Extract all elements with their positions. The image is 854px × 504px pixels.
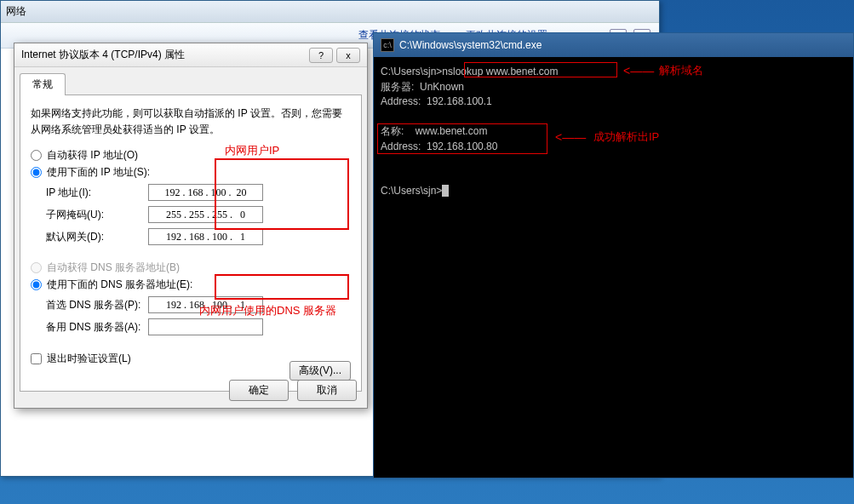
annotation-dns-label: 内网用户使用的DNS 服务器 <box>199 303 336 318</box>
dialog-title: Internet 协议版本 4 (TCP/IPv4) 属性 <box>21 48 185 62</box>
advanced-button[interactable]: 高级(V)... <box>289 361 351 381</box>
auto-ip-label: 自动获得 IP 地址(O) <box>47 148 138 163</box>
manual-dns-label: 使用下面的 DNS 服务器地址(E): <box>47 278 192 292</box>
dns1-label: 首选 DNS 服务器(P): <box>46 298 148 312</box>
annotation-ip-label: 内网用户IP <box>225 143 279 158</box>
cancel-button[interactable]: 取消 <box>297 380 357 401</box>
validate-label: 退出时验证设置(L) <box>47 352 131 366</box>
annotation-nslookup-label: 解析域名 <box>659 64 703 77</box>
auto-dns-label: 自动获得 DNS 服务器地址(B) <box>47 261 180 275</box>
ip-address-label: IP 地址(I): <box>46 186 148 200</box>
manual-ip-label: 使用下面的 IP 地址(S): <box>47 165 150 180</box>
auto-ip-radio[interactable] <box>31 150 42 161</box>
description-text: 如果网络支持此功能，则可以获取自动指派的 IP 设置。否则，您需要从网络系统管理… <box>31 106 351 138</box>
cursor <box>442 185 449 197</box>
dns2-label: 备用 DNS 服务器(A): <box>46 320 148 335</box>
tcpip-properties-dialog: Internet 协议版本 4 (TCP/IPv4) 属性 ? x 常规 如果网… <box>14 43 368 409</box>
dialog-help-button[interactable]: ? <box>309 48 333 63</box>
bg-title: 网络 <box>1 1 659 23</box>
tab-general[interactable]: 常规 <box>20 73 66 95</box>
tab-panel: 如果网络支持此功能，则可以获取自动指派的 IP 设置。否则，您需要从网络系统管理… <box>20 95 362 392</box>
manual-dns-radio[interactable] <box>31 279 42 290</box>
subnet-mask-input[interactable] <box>148 206 263 223</box>
annotation-result-label: 成功解析出IP <box>593 130 659 144</box>
gateway-label: 默认网关(D): <box>46 230 148 244</box>
arrow-icon: <—— <box>623 64 654 79</box>
manual-ip-radio[interactable] <box>31 167 42 178</box>
cmd-window: c:\ C:\Windows\system32\cmd.exe C:\Users… <box>373 32 854 478</box>
dns2-input[interactable] <box>148 318 263 335</box>
cmd-titlebar[interactable]: c:\ C:\Windows\system32\cmd.exe <box>374 33 853 57</box>
cmd-icon: c:\ <box>381 38 394 52</box>
arrow-icon: <—— <box>555 130 586 146</box>
auto-dns-radio <box>31 262 42 273</box>
dialog-close-button[interactable]: x <box>336 48 360 63</box>
dialog-titlebar[interactable]: Internet 协议版本 4 (TCP/IPv4) 属性 ? x <box>14 43 367 67</box>
gateway-input[interactable] <box>148 228 263 245</box>
cmd-output[interactable]: C:\Users\sjn>nslookup www.benet.com 服务器:… <box>374 57 853 309</box>
ok-button[interactable]: 确定 <box>229 380 289 401</box>
validate-checkbox[interactable] <box>31 353 42 364</box>
subnet-mask-label: 子网掩码(U): <box>46 208 148 222</box>
cmd-title: C:\Windows\system32\cmd.exe <box>399 39 542 51</box>
ip-address-input[interactable] <box>148 184 263 201</box>
